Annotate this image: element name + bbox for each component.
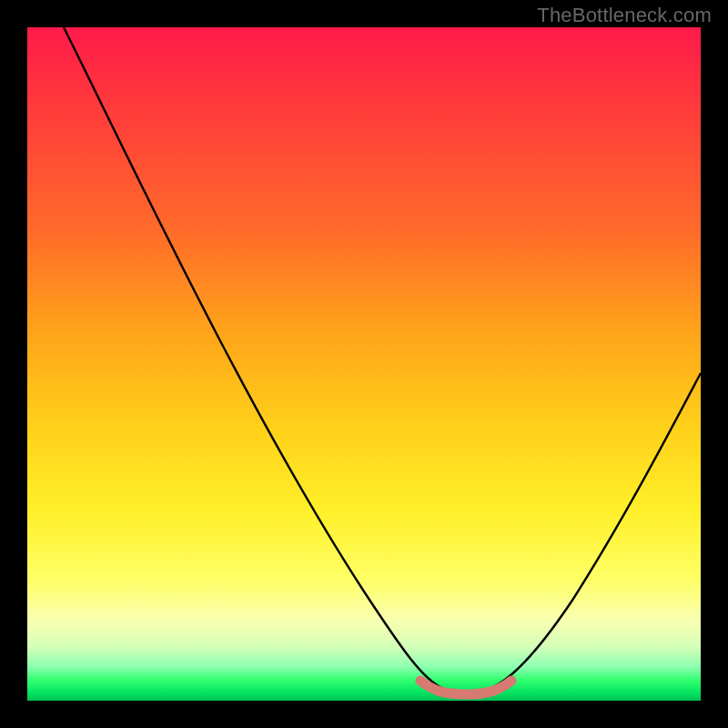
chart-frame: TheBottleneck.com xyxy=(0,0,728,728)
highlight-basin xyxy=(420,681,511,694)
bottleneck-curve xyxy=(64,27,701,693)
plot-area xyxy=(27,27,701,701)
watermark-text: TheBottleneck.com xyxy=(537,4,712,27)
curve-layer xyxy=(27,27,701,701)
